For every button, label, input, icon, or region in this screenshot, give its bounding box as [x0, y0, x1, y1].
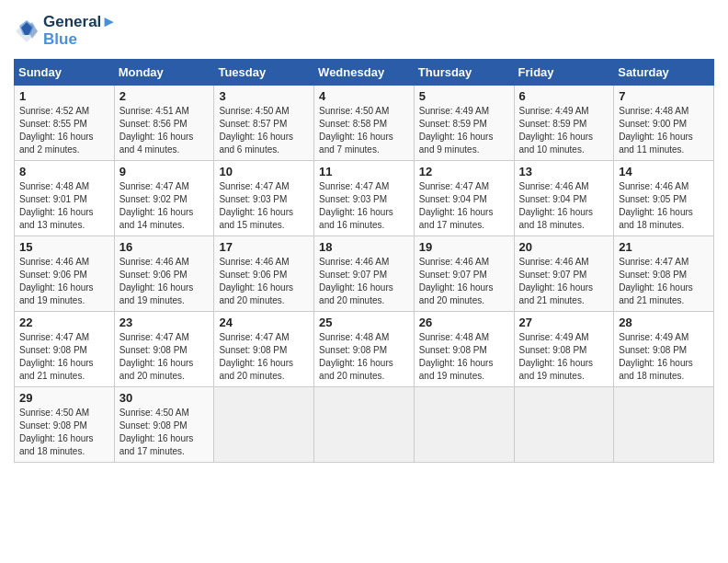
day-number: 30	[119, 391, 210, 405]
day-number: 1	[19, 89, 109, 103]
day-number: 7	[619, 89, 709, 103]
day-number: 15	[19, 240, 109, 254]
day-number: 14	[619, 165, 709, 178]
calendar-cell: 11Sunrise: 4:47 AM Sunset: 9:03 PM Dayli…	[314, 161, 415, 236]
calendar-row-2: 8Sunrise: 4:48 AM Sunset: 9:01 PM Daylig…	[15, 161, 714, 236]
day-info: Sunrise: 4:49 AM Sunset: 9:08 PM Dayligh…	[519, 331, 609, 383]
day-info: Sunrise: 4:51 AM Sunset: 8:56 PM Dayligh…	[119, 105, 210, 156]
day-header-tuesday: Tuesday	[214, 60, 314, 86]
calendar-cell: 9Sunrise: 4:47 AM Sunset: 9:02 PM Daylig…	[114, 161, 214, 236]
calendar-cell: 22Sunrise: 4:47 AM Sunset: 9:08 PM Dayli…	[15, 312, 115, 387]
calendar-cell: 21Sunrise: 4:47 AM Sunset: 9:08 PM Dayli…	[614, 236, 714, 312]
day-header-friday: Friday	[514, 60, 614, 86]
calendar-row-3: 15Sunrise: 4:46 AM Sunset: 9:06 PM Dayli…	[15, 236, 714, 312]
day-number: 12	[419, 165, 509, 178]
day-header-monday: Monday	[114, 60, 214, 86]
day-info: Sunrise: 4:48 AM Sunset: 9:01 PM Dayligh…	[19, 180, 109, 232]
calendar-row-4: 22Sunrise: 4:47 AM Sunset: 9:08 PM Dayli…	[15, 312, 714, 387]
day-info: Sunrise: 4:52 AM Sunset: 8:55 PM Dayligh…	[19, 105, 109, 156]
calendar-cell	[514, 387, 614, 463]
day-info: Sunrise: 4:49 AM Sunset: 8:59 PM Dayligh…	[419, 105, 509, 156]
calendar-cell	[414, 387, 514, 463]
calendar-cell	[214, 387, 314, 463]
day-info: Sunrise: 4:46 AM Sunset: 9:05 PM Dayligh…	[619, 180, 709, 232]
day-info: Sunrise: 4:49 AM Sunset: 8:59 PM Dayligh…	[519, 105, 609, 156]
day-info: Sunrise: 4:47 AM Sunset: 9:08 PM Dayligh…	[219, 331, 309, 383]
calendar-cell: 25Sunrise: 4:48 AM Sunset: 9:08 PM Dayli…	[314, 312, 415, 387]
calendar-cell: 19Sunrise: 4:46 AM Sunset: 9:07 PM Dayli…	[414, 236, 514, 312]
day-header-saturday: Saturday	[614, 60, 714, 86]
day-number: 20	[519, 240, 609, 254]
calendar-cell: 26Sunrise: 4:48 AM Sunset: 9:08 PM Dayli…	[414, 312, 514, 387]
day-info: Sunrise: 4:47 AM Sunset: 9:08 PM Dayligh…	[619, 256, 709, 307]
day-info: Sunrise: 4:50 AM Sunset: 8:58 PM Dayligh…	[319, 105, 409, 156]
calendar-cell: 23Sunrise: 4:47 AM Sunset: 9:08 PM Dayli…	[114, 312, 214, 387]
day-info: Sunrise: 4:47 AM Sunset: 9:03 PM Dayligh…	[219, 180, 309, 232]
day-number: 4	[319, 89, 409, 103]
day-info: Sunrise: 4:47 AM Sunset: 9:03 PM Dayligh…	[319, 180, 409, 232]
day-number: 21	[619, 240, 709, 254]
day-number: 25	[319, 316, 409, 329]
calendar-cell: 27Sunrise: 4:49 AM Sunset: 9:08 PM Dayli…	[514, 312, 614, 387]
day-info: Sunrise: 4:50 AM Sunset: 9:08 PM Dayligh…	[119, 407, 210, 458]
day-number: 6	[519, 89, 609, 103]
day-number: 10	[219, 165, 309, 178]
day-number: 27	[519, 316, 609, 329]
calendar-cell: 30Sunrise: 4:50 AM Sunset: 9:08 PM Dayli…	[114, 387, 214, 463]
day-info: Sunrise: 4:46 AM Sunset: 9:07 PM Dayligh…	[319, 256, 409, 307]
calendar-cell: 7Sunrise: 4:48 AM Sunset: 9:00 PM Daylig…	[614, 86, 714, 161]
day-info: Sunrise: 4:47 AM Sunset: 9:08 PM Dayligh…	[119, 331, 210, 383]
logo: General►Blue	[14, 14, 117, 48]
calendar-row-5: 29Sunrise: 4:50 AM Sunset: 9:08 PM Dayli…	[15, 387, 714, 463]
calendar-cell: 4Sunrise: 4:50 AM Sunset: 8:58 PM Daylig…	[314, 86, 415, 161]
calendar-cell: 28Sunrise: 4:49 AM Sunset: 9:08 PM Dayli…	[614, 312, 714, 387]
day-info: Sunrise: 4:47 AM Sunset: 9:04 PM Dayligh…	[419, 180, 509, 232]
day-info: Sunrise: 4:47 AM Sunset: 9:02 PM Dayligh…	[119, 180, 210, 232]
day-number: 11	[319, 165, 409, 178]
day-info: Sunrise: 4:48 AM Sunset: 9:00 PM Dayligh…	[619, 105, 709, 156]
calendar-cell: 16Sunrise: 4:46 AM Sunset: 9:06 PM Dayli…	[114, 236, 214, 312]
day-number: 9	[119, 165, 210, 178]
header: General►Blue	[14, 14, 714, 48]
calendar-table: SundayMondayTuesdayWednesdayThursdayFrid…	[14, 59, 714, 463]
days-header-row: SundayMondayTuesdayWednesdayThursdayFrid…	[15, 60, 714, 86]
calendar-cell: 20Sunrise: 4:46 AM Sunset: 9:07 PM Dayli…	[514, 236, 614, 312]
calendar-cell: 24Sunrise: 4:47 AM Sunset: 9:08 PM Dayli…	[214, 312, 314, 387]
day-number: 28	[619, 316, 709, 329]
day-number: 19	[419, 240, 509, 254]
calendar-cell: 12Sunrise: 4:47 AM Sunset: 9:04 PM Dayli…	[414, 161, 514, 236]
day-number: 26	[419, 316, 509, 329]
day-info: Sunrise: 4:47 AM Sunset: 9:08 PM Dayligh…	[19, 331, 109, 383]
calendar-cell	[614, 387, 714, 463]
calendar-cell: 13Sunrise: 4:46 AM Sunset: 9:04 PM Dayli…	[514, 161, 614, 236]
day-number: 8	[19, 165, 109, 178]
logo-text: General►Blue	[43, 14, 117, 48]
day-header-sunday: Sunday	[15, 60, 115, 86]
calendar-cell: 3Sunrise: 4:50 AM Sunset: 8:57 PM Daylig…	[214, 86, 314, 161]
day-info: Sunrise: 4:46 AM Sunset: 9:07 PM Dayligh…	[419, 256, 509, 307]
calendar-cell: 29Sunrise: 4:50 AM Sunset: 9:08 PM Dayli…	[15, 387, 115, 463]
calendar-row-1: 1Sunrise: 4:52 AM Sunset: 8:55 PM Daylig…	[15, 86, 714, 161]
calendar-cell: 1Sunrise: 4:52 AM Sunset: 8:55 PM Daylig…	[15, 86, 115, 161]
calendar-cell: 14Sunrise: 4:46 AM Sunset: 9:05 PM Dayli…	[614, 161, 714, 236]
day-number: 13	[519, 165, 609, 178]
day-number: 22	[19, 316, 109, 329]
calendar-cell	[314, 387, 415, 463]
day-info: Sunrise: 4:46 AM Sunset: 9:06 PM Dayligh…	[19, 256, 109, 307]
day-number: 2	[119, 89, 210, 103]
day-header-wednesday: Wednesday	[314, 60, 415, 86]
day-info: Sunrise: 4:48 AM Sunset: 9:08 PM Dayligh…	[319, 331, 409, 383]
day-info: Sunrise: 4:49 AM Sunset: 9:08 PM Dayligh…	[619, 331, 709, 383]
day-info: Sunrise: 4:46 AM Sunset: 9:04 PM Dayligh…	[519, 180, 609, 232]
calendar-cell: 5Sunrise: 4:49 AM Sunset: 8:59 PM Daylig…	[414, 86, 514, 161]
day-number: 5	[419, 89, 509, 103]
calendar-cell: 2Sunrise: 4:51 AM Sunset: 8:56 PM Daylig…	[114, 86, 214, 161]
calendar-cell: 15Sunrise: 4:46 AM Sunset: 9:06 PM Dayli…	[15, 236, 115, 312]
day-number: 17	[219, 240, 309, 254]
logo-icon	[14, 18, 40, 44]
day-info: Sunrise: 4:50 AM Sunset: 8:57 PM Dayligh…	[219, 105, 309, 156]
calendar-cell: 6Sunrise: 4:49 AM Sunset: 8:59 PM Daylig…	[514, 86, 614, 161]
day-number: 3	[219, 89, 309, 103]
day-info: Sunrise: 4:50 AM Sunset: 9:08 PM Dayligh…	[19, 407, 109, 458]
day-number: 24	[219, 316, 309, 329]
